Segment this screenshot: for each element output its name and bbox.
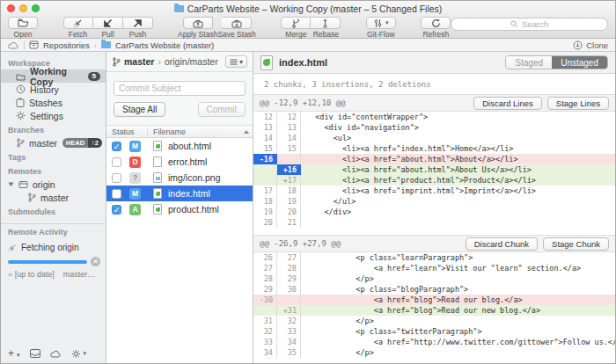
- old-line-number[interactable]: 13: [253, 122, 277, 133]
- cancel-fetch-button[interactable]: ✕: [91, 257, 100, 266]
- open-button[interactable]: Open: [8, 17, 38, 39]
- new-line-number[interactable]: 29: [277, 273, 301, 284]
- save-stash-button[interactable]: Save Stash: [217, 17, 255, 39]
- new-line-number[interactable]: 21: [277, 217, 301, 228]
- sidebar-item-branch-master[interactable]: master HEAD↑2: [1, 136, 106, 149]
- diff-line[interactable]: 3435 </p>: [253, 347, 615, 358]
- diff-line[interactable]: -30 <a href="blog">Read our blog.</a>: [253, 295, 615, 305]
- inbox-icon[interactable]: [30, 349, 40, 358]
- old-line-number[interactable]: -30: [253, 295, 277, 305]
- diff-line[interactable]: 2829 </p>: [253, 273, 615, 284]
- diff-line[interactable]: 1414 <ul>: [253, 133, 615, 143]
- sidebar-item-remote-master[interactable]: master: [1, 191, 106, 204]
- old-line-number[interactable]: 26: [253, 252, 277, 263]
- file-checkbox[interactable]: ✓: [112, 142, 121, 151]
- search-input[interactable]: Search: [451, 18, 608, 31]
- new-line-number[interactable]: 20: [277, 207, 301, 217]
- diff-line[interactable]: 3233 <p class="twitterParagraph">: [253, 326, 615, 337]
- fetch-button[interactable]: Fetch: [63, 17, 93, 39]
- new-line-number[interactable]: 27: [277, 252, 301, 263]
- new-line-number[interactable]: 32: [277, 316, 301, 326]
- discard-button[interactable]: Discard Chunk: [466, 237, 538, 251]
- diff-line[interactable]: +16 <li><a href="about.html">About Us</a…: [253, 164, 615, 175]
- new-line-number[interactable]: 28: [277, 263, 301, 273]
- cloud-services-icon[interactable]: [50, 350, 62, 358]
- diff-line[interactable]: 3132 </p>: [253, 316, 615, 326]
- old-line-number[interactable]: 29: [253, 284, 277, 295]
- diff-line[interactable]: +31 <a href="blog">Read our new blog.</a…: [253, 305, 615, 316]
- sidebar-item-stashes[interactable]: Stashes: [1, 96, 106, 109]
- old-line-number[interactable]: [253, 175, 277, 186]
- diff-line[interactable]: +17 <li><a href="product.html">Product</…: [253, 175, 615, 186]
- diff-line[interactable]: 1313 <div id="navigation">: [253, 122, 615, 133]
- staged-segment[interactable]: Staged: [506, 56, 552, 69]
- diff-line[interactable]: 3334 <a href="http://www.twitter.com/git…: [253, 337, 615, 347]
- diff-line[interactable]: 2930 <p class="blogParagraph">: [253, 284, 615, 295]
- column-filename[interactable]: Filename: [148, 127, 253, 136]
- old-line-number[interactable]: 20: [253, 217, 277, 228]
- sidebar-item-history[interactable]: History: [1, 83, 106, 96]
- breadcrumb-repositories[interactable]: Repositories: [43, 40, 90, 50]
- old-line-number[interactable]: 31: [253, 316, 277, 326]
- diff-line[interactable]: 2021: [253, 217, 615, 228]
- diff-line[interactable]: -16 <li><a href="about.html">About</a></…: [253, 154, 615, 164]
- apply-stash-button[interactable]: Apply Stash: [178, 17, 217, 39]
- push-button[interactable]: Push: [123, 17, 153, 39]
- file-row[interactable]: Mindex.html: [106, 186, 253, 201]
- old-line-number[interactable]: 12: [253, 112, 277, 122]
- old-line-number[interactable]: 34: [253, 347, 277, 358]
- upstream-branch-label[interactable]: origin/master: [165, 56, 218, 67]
- new-line-number[interactable]: 18: [277, 186, 301, 196]
- add-repository-button[interactable]: +▾: [8, 347, 20, 360]
- new-line-number[interactable]: 13: [277, 122, 301, 133]
- file-checkbox[interactable]: [112, 173, 121, 183]
- old-line-number[interactable]: 17: [253, 186, 277, 196]
- diff-line[interactable]: 1515 <li><a href="index.html">Home</a></…: [253, 143, 615, 154]
- new-line-number[interactable]: 34: [277, 337, 301, 347]
- new-line-number[interactable]: 35: [277, 347, 301, 358]
- file-row[interactable]: ✓Mabout.html: [106, 138, 253, 154]
- diff-line[interactable]: 1212 <div id="contentWrapper">: [253, 112, 615, 122]
- new-line-number[interactable]: 33: [277, 326, 301, 337]
- commit-subject-input[interactable]: [114, 81, 246, 96]
- new-line-number[interactable]: +16: [277, 164, 301, 175]
- gitflow-button[interactable]: ▾ Git-Flow: [366, 17, 396, 39]
- new-line-number[interactable]: [277, 295, 301, 305]
- old-line-number[interactable]: 15: [253, 143, 277, 154]
- old-line-number[interactable]: 32: [253, 326, 277, 337]
- old-line-number[interactable]: 27: [253, 263, 277, 273]
- old-line-number[interactable]: -16: [253, 154, 277, 164]
- list-options-button[interactable]: ▾: [225, 55, 247, 68]
- old-line-number[interactable]: [253, 305, 277, 316]
- discard-button[interactable]: Discard Lines: [473, 97, 542, 110]
- old-line-number[interactable]: [253, 164, 277, 175]
- file-row[interactable]: ?img/icon.png: [106, 170, 253, 186]
- rebase-button[interactable]: Rebase: [311, 17, 341, 39]
- diff-line[interactable]: 1819 </ul>: [253, 196, 615, 207]
- pull-button[interactable]: Pull: [93, 17, 123, 39]
- breadcrumb-current-repo[interactable]: CarParts Website (master): [115, 40, 214, 50]
- old-line-number[interactable]: 14: [253, 133, 277, 143]
- commit-button[interactable]: Commit: [198, 102, 246, 117]
- new-line-number[interactable]: 30: [277, 284, 301, 295]
- current-branch-label[interactable]: master: [124, 56, 154, 67]
- file-checkbox[interactable]: ✓: [112, 205, 121, 215]
- new-line-number[interactable]: 14: [277, 133, 301, 143]
- new-line-number[interactable]: 12: [277, 112, 301, 122]
- old-line-number[interactable]: 33: [253, 337, 277, 347]
- new-line-number[interactable]: +31: [277, 305, 301, 316]
- unstaged-segment[interactable]: Unstaged: [552, 56, 607, 69]
- stage-button[interactable]: Stage Chunk: [543, 237, 609, 251]
- refresh-button[interactable]: Refresh: [421, 17, 451, 39]
- disclosure-triangle-icon[interactable]: [8, 181, 14, 187]
- old-line-number[interactable]: 28: [253, 273, 277, 284]
- diff-line[interactable]: 1718 <li><a href="imprint.html">Imprint<…: [253, 186, 615, 196]
- merge-button[interactable]: Merge: [281, 17, 311, 39]
- sidebar-item-remote-origin[interactable]: origin: [1, 178, 106, 191]
- column-status[interactable]: Status: [106, 127, 148, 136]
- new-line-number[interactable]: 19: [277, 196, 301, 207]
- sidebar-item-settings[interactable]: Settings: [1, 109, 106, 122]
- new-line-number[interactable]: +17: [277, 175, 301, 186]
- old-line-number[interactable]: 19: [253, 207, 277, 217]
- actions-gear-button[interactable]: ▾: [71, 349, 87, 359]
